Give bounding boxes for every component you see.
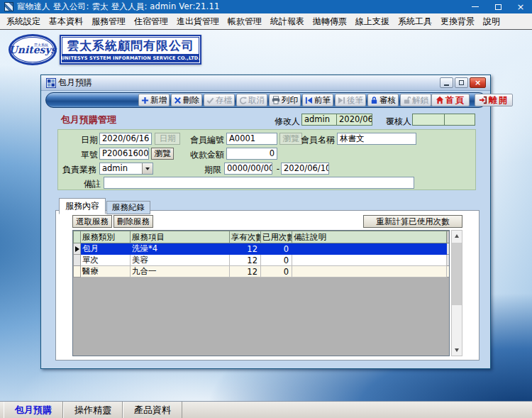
print-button[interactable]: 列印 — [269, 94, 301, 106]
next-record-icon — [338, 97, 345, 104]
amount-label: 收款金額 — [189, 149, 224, 161]
exit-button[interactable]: 離開 — [475, 94, 513, 106]
taskbar-tab-product-data[interactable]: 產品資料 — [123, 402, 182, 418]
company-name-box: 雲太系統顧問有限公司 UNITESYS SYSTEM INFORMATION S… — [60, 35, 201, 65]
sales-combobox[interactable]: admin — [99, 163, 153, 175]
cell-total[interactable]: 12 — [230, 243, 261, 255]
maximize-button[interactable] — [487, 0, 509, 13]
modifier-name-field: admin — [301, 114, 337, 126]
scroll-down-icon[interactable] — [452, 345, 462, 356]
member-browse-button[interactable]: 瀏覽 — [279, 133, 302, 145]
home-icon — [436, 96, 444, 104]
member-no-input[interactable]: A0001 — [226, 133, 277, 145]
taskbar-tab-monthly-prepurchase[interactable]: 包月預購 — [4, 402, 63, 418]
minimize-button[interactable] — [464, 0, 487, 13]
grid-header-used: 已用次數 — [261, 231, 292, 243]
unlock-button[interactable]: 解鎖 — [400, 94, 431, 106]
menu-report[interactable]: 統計報表 — [266, 16, 309, 28]
toolbar: 新增 刪除 存檔 取消 列印 前筆 — [45, 92, 487, 108]
date-input[interactable]: 2020/06/16 — [99, 133, 152, 145]
amount-input[interactable]: 0 — [226, 148, 277, 160]
cell-item[interactable]: 美容 — [131, 255, 230, 266]
tab-service-record[interactable]: 服務紀錄 — [106, 201, 150, 214]
home-label: 首頁 — [445, 94, 465, 106]
delete-button[interactable]: 刪除 — [171, 94, 202, 106]
save-button[interactable]: 存檔 — [204, 94, 235, 106]
grid-vertical-scrollbar[interactable] — [451, 230, 462, 356]
menu-account-mgmt[interactable]: 帳款管理 — [223, 16, 266, 28]
delete-label: 刪除 — [183, 95, 199, 106]
menu-voucher[interactable]: 拋轉傳票 — [309, 16, 351, 28]
delete-service-button[interactable]: 刪除服務 — [113, 215, 153, 228]
scroll-up-icon[interactable] — [452, 231, 462, 241]
next-record-button[interactable]: 後筆 — [335, 94, 366, 106]
menu-system-settings[interactable]: 系統設定 — [2, 16, 45, 28]
menu-help[interactable]: 說明 — [479, 16, 504, 28]
period-from-input[interactable]: 0000/00/00 — [224, 163, 272, 175]
cell-category[interactable]: 醫療 — [81, 266, 131, 277]
approve-button[interactable]: 審核 — [367, 94, 399, 106]
unlock-icon — [403, 96, 411, 104]
unlock-label: 解鎖 — [412, 95, 428, 106]
inner-minimize-button[interactable] — [440, 77, 453, 88]
cancel-button[interactable]: 取消 — [236, 94, 267, 106]
order-no-input[interactable]: P200616001 — [99, 148, 149, 160]
service-grid: 服務類別 服務項目 享有次數 已用次數 備註說明 包月 洗澡*4 12 0 — [72, 230, 450, 356]
modifier-date-field: 2020/06/16 — [336, 114, 372, 126]
menu-inout-mgmt[interactable]: 進出貨管理 — [172, 16, 223, 28]
menu-basic-data[interactable]: 基本資料 — [45, 16, 87, 28]
scrollbar-thumb[interactable] — [452, 243, 462, 305]
date-picker-button[interactable]: 日期 — [155, 133, 180, 145]
cell-category[interactable]: 單次 — [81, 255, 131, 266]
grid-header-category: 服務類別 — [81, 231, 131, 243]
cell-note[interactable] — [292, 255, 447, 266]
reviewer-date-field — [444, 114, 475, 126]
menu-lodging-mgmt[interactable]: 住宿管理 — [130, 16, 172, 28]
recalc-used-count-button[interactable]: 重新計算已使用次數 — [363, 215, 462, 228]
cell-item[interactable]: 洗澡*4 — [131, 243, 230, 255]
menu-online-support[interactable]: 線上支援 — [351, 16, 394, 28]
selected-row-indicator-icon — [74, 243, 81, 255]
taskbar-tab-operation-wizard[interactable]: 操作精靈 — [63, 402, 123, 418]
inner-window-titlebar[interactable]: 包月預購 × — [41, 75, 490, 91]
menu-system-tools[interactable]: 系統工具 — [394, 16, 436, 28]
member-name-label: 會員名稱 — [301, 134, 335, 146]
cell-total[interactable]: 12 — [230, 255, 261, 266]
cell-item[interactable]: 九合一 — [131, 266, 230, 277]
cancel-label: 取消 — [248, 95, 265, 106]
cell-used[interactable]: 0 — [261, 243, 292, 255]
cell-total[interactable]: 12 — [230, 266, 261, 277]
minimize-icon — [472, 6, 479, 7]
chevron-down-icon — [142, 163, 153, 174]
order-browse-button[interactable]: 瀏覽 — [151, 148, 174, 160]
member-name-input[interactable]: 林書文 — [337, 133, 416, 145]
note-label: 備註 — [75, 178, 101, 190]
note-input[interactable] — [104, 177, 414, 189]
cell-spacer — [447, 255, 450, 266]
inner-restore-button[interactable] — [455, 77, 468, 88]
cell-used[interactable]: 0 — [261, 255, 292, 266]
table-row[interactable]: 包月 洗澡*4 12 0 — [74, 243, 450, 255]
brand-script-text: Unitesys — [9, 44, 57, 55]
cell-category[interactable]: 包月 — [81, 243, 131, 255]
menu-change-background[interactable]: 更換背景 — [436, 16, 479, 28]
table-row[interactable]: 醫療 九合一 12 0 — [74, 266, 450, 277]
service-content-page: 選取服務 刪除服務 重新計算已使用次數 服務類別 服務項目 享有次數 已用次數 … — [55, 210, 480, 361]
close-button[interactable]: × — [509, 0, 532, 13]
os-titlebar[interactable]: 寵物達人 登入公司: 雲太 登入人員: admin Ver:21.11 × — [0, 0, 532, 13]
menu-service-mgmt[interactable]: 服務管理 — [87, 16, 130, 28]
cell-note[interactable] — [292, 243, 447, 255]
cell-spacer — [447, 243, 450, 255]
cell-note[interactable] — [292, 266, 447, 277]
home-button[interactable]: 首頁 — [431, 94, 470, 106]
select-service-button[interactable]: 選取服務 — [72, 215, 112, 228]
previous-record-button[interactable]: 前筆 — [302, 94, 333, 106]
inner-close-button[interactable]: × — [470, 77, 486, 88]
grid-header-total: 享有次數 — [230, 231, 261, 243]
tab-service-content[interactable]: 服務內容 — [59, 198, 106, 214]
reviewer-name-field — [412, 114, 445, 126]
cell-used[interactable]: 0 — [261, 266, 292, 277]
period-to-input[interactable]: 2020/06/10 — [281, 163, 329, 175]
table-row[interactable]: 單次 美容 12 0 — [74, 255, 450, 266]
add-button[interactable]: 新增 — [138, 94, 170, 106]
